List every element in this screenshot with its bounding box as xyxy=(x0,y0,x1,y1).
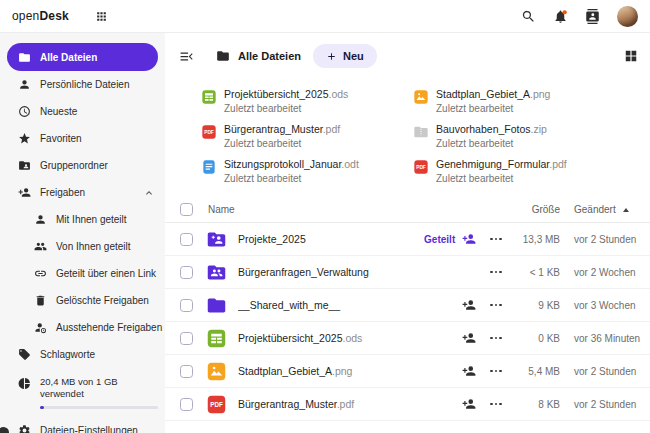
file-modified: vor 2 Stunden xyxy=(560,234,638,245)
column-header-modified[interactable]: Geändert xyxy=(560,204,638,215)
file-name: __Shared_with_me__ xyxy=(238,299,462,311)
row-checkbox[interactable] xyxy=(180,365,193,378)
sidebar-item[interactable]: Gruppenordner xyxy=(0,152,165,179)
quota-indicator[interactable]: 20,4 MB von 1 GB verwendet xyxy=(0,368,165,409)
opendesk-logo[interactable]: openDesk xyxy=(12,9,69,23)
sidebar-item[interactable]: Persönliche Dateien xyxy=(0,71,165,98)
column-header-size[interactable]: Größe xyxy=(502,204,560,215)
recent-file-text: Genehmigung_Formular.pdf Zuletzt bearbei… xyxy=(436,158,567,185)
sidebar-item-icon xyxy=(18,348,31,361)
recent-file-name: Sitzungsprotokoll_Januar xyxy=(224,158,341,170)
grid-view-button[interactable] xyxy=(624,49,638,63)
shared-badge[interactable]: Geteilt xyxy=(424,234,455,245)
sidebar: Alle Dateien Persönliche Dateien Neueste… xyxy=(0,33,165,433)
more-options-icon[interactable] xyxy=(490,403,502,406)
recent-file-text: Sitzungsprotokoll_Januar.odt Zuletzt bea… xyxy=(224,158,359,185)
more-options-icon[interactable] xyxy=(490,304,502,307)
sidebar-item[interactable]: Neueste xyxy=(0,98,165,125)
notifications-button[interactable] xyxy=(553,9,568,24)
file-name: Projekte_2025 xyxy=(238,233,424,245)
share-icon[interactable] xyxy=(462,364,476,378)
sidebar-item[interactable]: Schlagworte xyxy=(0,341,165,368)
file-size: 8 KB xyxy=(502,399,560,410)
recent-file[interactable]: Sitzungsprotokoll_Januar.odt Zuletzt bea… xyxy=(201,158,413,186)
app-launcher-button[interactable] xyxy=(95,10,108,23)
sidebar-item[interactable]: Gelöschte Freigaben xyxy=(0,287,165,314)
quota-bar-fill xyxy=(40,406,44,409)
file-row[interactable]: __Shared_with_me__ 9 KB vor 3 Wochen xyxy=(165,289,650,322)
select-all-checkbox[interactable] xyxy=(180,203,193,216)
quota-body: 20,4 MB von 1 GB verwendet xyxy=(40,376,158,409)
topbar: openDesk xyxy=(0,0,650,33)
recent-file-status: Zuletzt bearbeitet xyxy=(436,137,547,150)
sidebar-item[interactable]: Favoriten xyxy=(0,125,165,152)
new-button[interactable]: Neu xyxy=(313,44,377,68)
sidebar-item-settings[interactable]: Dateien-Einstellungen xyxy=(0,417,165,433)
more-options-icon[interactable] xyxy=(490,370,502,373)
share-icon[interactable] xyxy=(462,232,476,246)
recent-file[interactable]: Projektübersicht_2025.ods Zuletzt bearbe… xyxy=(201,88,413,116)
sidebar-item[interactable]: Ausstehende Freigaben xyxy=(0,314,165,341)
more-options-icon[interactable] xyxy=(490,271,502,274)
chevron-up-icon[interactable] xyxy=(143,187,155,199)
sidebar-item-icon xyxy=(34,267,47,280)
recent-file[interactable]: PDF Bürgerantrag_Muster.pdf Zuletzt bear… xyxy=(201,123,413,151)
row-checkbox[interactable] xyxy=(180,233,193,246)
column-header-name[interactable]: Name xyxy=(208,204,235,215)
breadcrumb[interactable]: Alle Dateien xyxy=(238,50,301,62)
quota-label: 20,4 MB von 1 GB verwendet xyxy=(40,376,158,401)
sidebar-item-label: Gruppenordner xyxy=(40,160,108,171)
more-options-icon[interactable] xyxy=(490,337,502,340)
file-size: < 1 KB xyxy=(502,267,560,278)
sidebar-item[interactable]: Von Ihnen geteilt xyxy=(0,233,165,260)
recent-file-name: Bauvorhaben_Fotos xyxy=(436,123,531,135)
share-icon[interactable] xyxy=(462,298,476,312)
breadcrumb-folder-icon xyxy=(216,49,230,63)
file-type-icon xyxy=(201,89,217,105)
file-row[interactable]: Projektübersicht_2025.ods 0 KB vor 36 Mi… xyxy=(165,322,650,355)
sidebar-item[interactable]: Alle Dateien xyxy=(7,43,158,71)
row-checkbox[interactable] xyxy=(180,398,193,411)
file-type-icon xyxy=(206,295,227,316)
share-icon[interactable] xyxy=(462,331,476,345)
row-checkbox[interactable] xyxy=(180,299,193,312)
contacts-button[interactable] xyxy=(585,9,600,24)
sidebar-item[interactable]: Geteilt über einen Link xyxy=(0,260,165,287)
file-row[interactable]: Bürgeranfragen_Verwaltung < 1 KB vor 2 W… xyxy=(165,256,650,289)
sidebar-item-icon xyxy=(18,132,31,145)
table-header-row: Name Größe Geändert xyxy=(165,197,650,223)
file-row[interactable]: Stadtplan_Gebiet_A.png 5,4 MB vor 2 Stun… xyxy=(165,355,650,388)
sidebar-item-label: Ausstehende Freigaben xyxy=(56,322,162,333)
more-options-icon[interactable] xyxy=(490,238,502,241)
file-row[interactable]: PDF Bürgerantrag_Muster.pdf 8 KB vor 2 S… xyxy=(165,388,650,421)
sidebar-item-label: Persönliche Dateien xyxy=(40,79,130,90)
recent-file-name: Genehmigung_Formular xyxy=(436,158,549,170)
search-button[interactable] xyxy=(521,9,536,24)
share-icon[interactable] xyxy=(462,397,476,411)
sidebar-item[interactable]: Mit Ihnen geteilt xyxy=(0,206,165,233)
settings-label: Dateien-Einstellungen xyxy=(40,425,138,433)
recent-file-ext: .png xyxy=(530,88,550,100)
table-body: Projekte_2025 Geteilt 13,3 MB vor 2 Stun… xyxy=(165,223,650,421)
file-size: 13,3 MB xyxy=(502,234,560,245)
file-type-icon: PDF xyxy=(413,159,429,175)
file-type-icon xyxy=(206,328,227,349)
sidebar-item[interactable]: Freigaben xyxy=(0,179,165,206)
recent-file-title: Projektübersicht_2025.ods xyxy=(224,88,348,102)
recent-file[interactable]: Stadtplan_Gebiet_A.png Zuletzt bearbeite… xyxy=(413,88,650,116)
file-row[interactable]: Projekte_2025 Geteilt 13,3 MB vor 2 Stun… xyxy=(165,223,650,256)
collapse-sidebar-button[interactable] xyxy=(179,49,194,64)
sidebar-item-icon xyxy=(34,240,47,253)
recent-file-title: Sitzungsprotokoll_Januar.odt xyxy=(224,158,359,172)
sidebar-item-label: Favoriten xyxy=(40,133,82,144)
user-avatar[interactable] xyxy=(617,6,638,27)
recent-file-ext: .pdf xyxy=(323,123,341,135)
row-checkbox[interactable] xyxy=(180,332,193,345)
row-checkbox[interactable] xyxy=(180,266,193,279)
notifications-bell-icon xyxy=(553,9,568,24)
recent-file[interactable]: PDF Genehmigung_Formular.pdf Zuletzt bea… xyxy=(413,158,650,186)
file-modified: vor 2 Stunden xyxy=(560,366,638,377)
file-type-icon xyxy=(206,361,227,382)
recent-file[interactable]: Bauvorhaben_Fotos.zip Zuletzt bearbeitet xyxy=(413,123,650,151)
corner-button[interactable] xyxy=(0,427,9,433)
